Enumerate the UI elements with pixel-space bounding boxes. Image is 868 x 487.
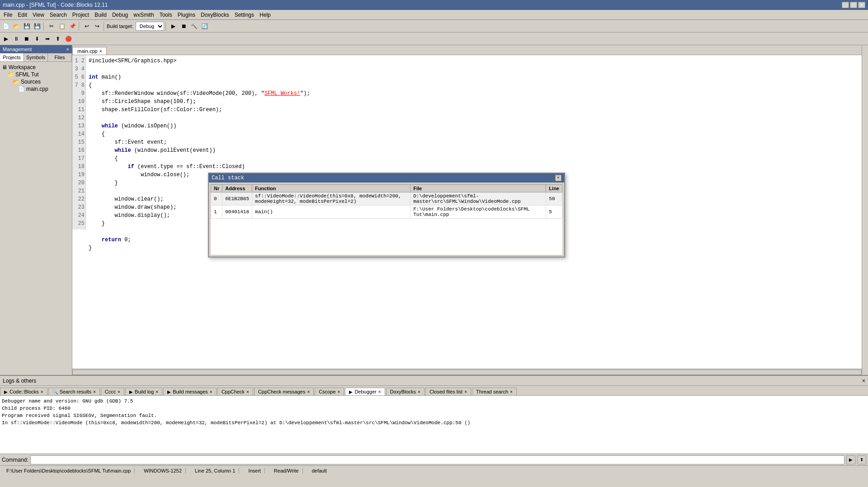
- logs-close-icon[interactable]: ×: [862, 378, 865, 384]
- code-line: #include<SFML/Graphics.hpp>: [89, 58, 176, 64]
- logs-tab-build-log[interactable]: ▶Build log×: [125, 388, 162, 395]
- sources-item[interactable]: 📂 Sources: [13, 78, 70, 85]
- menu-item-search[interactable]: Search: [47, 11, 70, 19]
- cell-function: main(): [252, 206, 410, 219]
- command-input[interactable]: [30, 455, 844, 464]
- callstack-title: Call stack: [212, 175, 244, 181]
- code-line: }: [89, 220, 105, 227]
- debug-step-over-button[interactable]: ➡: [42, 34, 52, 44]
- new-button[interactable]: 📄: [1, 21, 11, 31]
- debug-stop-button[interactable]: ⏹: [22, 34, 32, 44]
- tab-close-icon[interactable]: ×: [338, 389, 340, 394]
- menu-item-tools[interactable]: Tools: [157, 11, 175, 19]
- callstack-dialog: Call stack × Nr Address Function File Li…: [208, 173, 565, 258]
- callstack-header[interactable]: Call stack ×: [209, 173, 564, 183]
- tab-close-icon[interactable]: ×: [93, 389, 96, 394]
- tab-close-icon[interactable]: ×: [210, 389, 212, 394]
- debug-pause-button[interactable]: ⏸: [11, 34, 21, 44]
- tab-icon: ▶: [4, 389, 8, 394]
- build-button[interactable]: 🔨: [189, 21, 199, 31]
- editor-tab-close[interactable]: ×: [99, 49, 102, 54]
- project-item[interactable]: 📁 SFML Tut: [7, 71, 70, 78]
- menu-item-view[interactable]: View: [30, 11, 47, 19]
- main-layout: Management × Projects Symbols Files 🖥 Wo…: [0, 45, 868, 375]
- logs-tab-cccc[interactable]: Cccc×: [101, 388, 124, 395]
- tab-label: Build log: [135, 389, 154, 394]
- logs-tab-doxyblocks[interactable]: DoxyBlocks×: [386, 388, 425, 395]
- debug-breakpoint-button[interactable]: 🔴: [63, 34, 73, 44]
- logs-tab-thread-search[interactable]: Thread search×: [472, 388, 517, 395]
- tab-label: CppCheck messages: [258, 389, 306, 394]
- menu-item-build[interactable]: Build: [92, 11, 109, 19]
- code-line: return 0;: [89, 237, 131, 243]
- code-line: {: [89, 155, 118, 162]
- horizontal-scrollbar[interactable]: [72, 369, 862, 375]
- cut-button[interactable]: ✂: [47, 21, 57, 31]
- col-function: Function: [252, 185, 410, 192]
- copy-button[interactable]: 📋: [57, 21, 67, 31]
- menu-item-file[interactable]: File: [1, 11, 15, 19]
- debug-run-button[interactable]: ▶: [1, 34, 11, 44]
- editor-tab-main[interactable]: main.cpp ×: [72, 47, 107, 55]
- logs-tab-code::blocks[interactable]: ▶Code::Blocks×: [0, 388, 47, 395]
- menu-item-doxyblocks[interactable]: DoxyBlocks: [198, 11, 232, 19]
- file-item[interactable]: 📄 main.cpp: [18, 85, 70, 93]
- callstack-close-button[interactable]: ×: [555, 175, 561, 181]
- paste-button[interactable]: 📌: [67, 21, 77, 31]
- cell-address: 6E1B2B85: [222, 192, 252, 206]
- stop-button[interactable]: ⏹: [179, 21, 189, 31]
- menu-item-settings[interactable]: Settings: [232, 11, 257, 19]
- open-button[interactable]: 📂: [11, 21, 21, 31]
- tab-projects[interactable]: Projects: [0, 53, 24, 61]
- debug-step-button[interactable]: ⬇: [32, 34, 42, 44]
- logs-tab-build-messages[interactable]: ▶Build messages×: [163, 388, 217, 395]
- command-send-button[interactable]: ▶: [846, 455, 855, 464]
- tab-close-icon[interactable]: ×: [118, 389, 120, 394]
- close-button[interactable]: ×: [858, 2, 865, 8]
- tab-close-icon[interactable]: ×: [41, 389, 43, 394]
- workspace-item[interactable]: 🖥 Workspace: [2, 64, 70, 71]
- menu-item-help[interactable]: Help: [257, 11, 274, 19]
- command-clear-button[interactable]: ⬆: [857, 455, 866, 464]
- save-button[interactable]: 💾: [22, 21, 32, 31]
- tab-files[interactable]: Files: [48, 53, 72, 61]
- logs-tab-closed-files-list[interactable]: Closed files list×: [425, 388, 471, 395]
- menu-item-debug[interactable]: Debug: [109, 11, 131, 19]
- maximize-button[interactable]: □: [850, 2, 857, 8]
- logs-tab-debugger[interactable]: ▶Debugger×: [345, 388, 385, 395]
- code-line: while (window.pollEvent(event)): [89, 147, 216, 154]
- rebuild-button[interactable]: 🔄: [200, 21, 210, 31]
- minimize-button[interactable]: _: [842, 2, 849, 8]
- tab-close-icon[interactable]: ×: [307, 389, 310, 394]
- menu-item-project[interactable]: Project: [70, 11, 92, 19]
- menu-item-wxsmith[interactable]: wxSmith: [131, 11, 156, 19]
- logs-tab-search-results[interactable]: 🔍Search results×: [48, 388, 100, 395]
- save-all-button[interactable]: 💾: [32, 21, 42, 31]
- undo-button[interactable]: ↩: [82, 21, 92, 31]
- sources-label: Sources: [21, 79, 41, 85]
- tab-close-icon[interactable]: ×: [156, 389, 158, 394]
- build-target-select[interactable]: Debug: [136, 22, 164, 31]
- tab-close-icon[interactable]: ×: [418, 389, 420, 394]
- code-editor[interactable]: 1 2 3 4 5 6 7 8 9 10 11 12 13 14 15 16 1…: [72, 55, 862, 369]
- tab-close-icon[interactable]: ×: [464, 389, 467, 394]
- vertical-scrollbar[interactable]: [862, 45, 868, 375]
- file-icon: 📄: [18, 86, 25, 92]
- debug-step-out-button[interactable]: ⬆: [53, 34, 63, 44]
- management-close-icon[interactable]: ×: [66, 47, 69, 52]
- menu-item-plugins[interactable]: Plugins: [175, 11, 198, 19]
- tab-close-icon[interactable]: ×: [246, 389, 249, 394]
- code-line: window.draw(shape);: [89, 204, 176, 211]
- redo-button[interactable]: ↪: [92, 21, 102, 31]
- tab-symbols[interactable]: Symbols: [24, 53, 48, 61]
- logs-tab-cscope[interactable]: Cscope×: [315, 388, 344, 395]
- logs-tab-cppcheck[interactable]: CppCheck×: [217, 388, 253, 395]
- logs-tab-cppcheck-messages[interactable]: CppCheck messages×: [254, 388, 314, 395]
- run-button[interactable]: ▶: [169, 21, 179, 31]
- tab-close-icon[interactable]: ×: [378, 389, 381, 394]
- menu-item-edit[interactable]: Edit: [15, 11, 30, 19]
- content-area: main.cpp × 1 2 3 4 5 6 7 8 9 10 11 12 13…: [72, 45, 862, 375]
- status-position: Line 25, Column 1: [191, 468, 239, 473]
- tab-close-icon[interactable]: ×: [510, 389, 513, 394]
- code-line: }: [89, 180, 118, 186]
